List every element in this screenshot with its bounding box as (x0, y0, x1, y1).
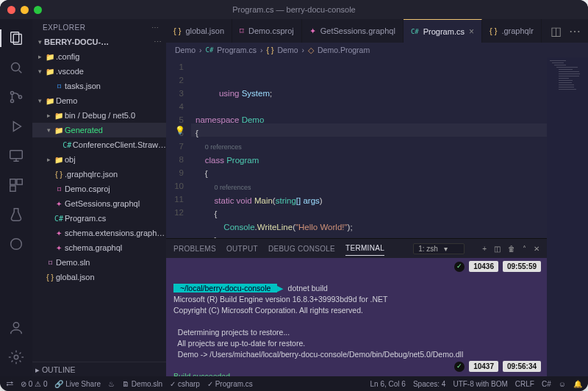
more-icon[interactable]: ⋯ (151, 24, 159, 32)
editor-tab[interactable]: ⌑Demo.csproj (232, 19, 302, 43)
status-encoding[interactable]: UTF-8 with BOM (453, 380, 507, 388)
tree-item[interactable]: ▾📁Demo (32, 93, 166, 108)
panel-tab-problems[interactable]: PROBLEMS (173, 242, 216, 256)
window-title: Program.cs — berry-docu-console (0, 5, 588, 14)
breadcrumbs[interactable]: Demo› C#Program.cs› { }Demo› ◇Demo.Progr… (166, 43, 588, 57)
svg-point-3 (10, 91, 13, 94)
tree-item[interactable]: ▾📁.vscode (32, 64, 166, 79)
svg-rect-9 (10, 186, 15, 191)
panel-tab-output[interactable]: OUTPUT (226, 242, 258, 256)
editor-tab[interactable]: { }global.json (166, 19, 232, 43)
status-liveshare[interactable]: 🔗 Live Share (54, 380, 101, 388)
testing-icon[interactable] (0, 201, 32, 228)
terminal-selector[interactable]: 1: zsh ▾ (413, 243, 465, 254)
svg-rect-6 (10, 151, 23, 159)
svg-rect-7 (10, 179, 15, 184)
close-tab-icon[interactable]: × (469, 26, 474, 37)
tree-item[interactable]: ⌑Demo.sln (32, 255, 166, 270)
tree-item[interactable]: ✦GetSessions.graphql (32, 196, 166, 211)
status-bell-icon[interactable]: 🔔 (573, 380, 582, 388)
trash-icon[interactable]: 🗑 (508, 245, 515, 253)
tree-item[interactable]: ⌑Demo.csproj (32, 182, 166, 196)
status-language-mode[interactable]: ✓ csharp (170, 380, 200, 388)
bottom-panel: PROBLEMS OUTPUT DEBUG CONSOLE TERMINAL 1… (166, 238, 547, 376)
panel-tab-debug-console[interactable]: DEBUG CONSOLE (268, 242, 335, 256)
sidebar-title: EXPLORER⋯ (32, 19, 166, 35)
debug-icon[interactable] (0, 113, 32, 140)
titlebar: Program.cs — berry-docu-console (0, 0, 588, 19)
status-active-file[interactable]: ✓ Program.cs (207, 380, 253, 388)
svg-point-4 (10, 99, 13, 102)
tree-item[interactable]: C#Program.cs (32, 211, 166, 226)
remote-icon[interactable] (0, 143, 32, 169)
panel-tab-terminal[interactable]: TERMINAL (345, 241, 384, 256)
split-editor-icon[interactable]: ◫ (551, 24, 562, 38)
extensions-icon[interactable] (0, 172, 32, 198)
explorer-icon[interactable] (0, 25, 32, 51)
terminal[interactable]: ✓1043609:55:59 ~/local/berry-docu-consol… (166, 258, 547, 376)
tree-item[interactable]: { }global.json (32, 270, 166, 284)
tree-item[interactable]: ▾📁Generated (32, 123, 166, 137)
editor-tab[interactable]: { }.graphqlr (482, 19, 542, 43)
line-gutter: 123456789101112 (166, 57, 191, 238)
split-terminal-icon[interactable]: ◫ (494, 245, 501, 253)
code-editor[interactable]: 123456789101112 using System; namespace … (166, 57, 547, 238)
tree-item[interactable]: ✦schema.graphql (32, 240, 166, 255)
status-indent[interactable]: Spaces: 4 (413, 380, 445, 388)
new-terminal-icon[interactable]: + (482, 245, 487, 253)
svg-point-12 (14, 355, 18, 359)
outline-section[interactable]: ▸ OUTLINE (32, 362, 166, 376)
gear-icon[interactable] (0, 344, 32, 370)
status-cursor[interactable]: Ln 6, Col 6 (370, 380, 406, 388)
status-feedback-icon[interactable]: ☺ (559, 380, 566, 388)
remote-indicator[interactable]: ⮂ (6, 380, 13, 388)
search-icon[interactable] (0, 54, 32, 81)
close-window-icon[interactable] (7, 6, 15, 14)
more-actions-icon[interactable]: ⋯ (569, 24, 581, 38)
tree-item[interactable]: ▸📁bin / Debug / net5.0 (32, 108, 166, 123)
code-content[interactable]: using System; namespace Demo { 0 referen… (191, 57, 547, 238)
account-icon[interactable] (0, 315, 32, 341)
tree-item[interactable]: C#ConferenceClient.Straw… (32, 137, 166, 152)
editor-tab[interactable]: ✦GetSessions.graphql (302, 19, 404, 43)
svg-point-11 (13, 323, 18, 328)
tree-item[interactable]: ▸📁obj (32, 152, 166, 167)
status-bar: ⮂ ⊘ 0 ⚠ 0 🔗 Live Share ♨ 🗎 Demo.sln ✓ cs… (0, 376, 588, 391)
svg-rect-8 (17, 179, 22, 184)
minimize-window-icon[interactable] (21, 6, 29, 14)
status-lang[interactable]: C# (542, 380, 551, 388)
close-panel-icon[interactable]: ✕ (534, 245, 539, 253)
source-control-icon[interactable] (0, 84, 32, 110)
custom-ext-icon[interactable] (0, 231, 32, 257)
tree-item[interactable]: ▸📁.config (32, 49, 166, 64)
minimap[interactable] (547, 57, 588, 376)
status-errors[interactable]: ⊘ 0 ⚠ 0 (21, 380, 47, 388)
editor-tab[interactable]: C#Program.cs× (404, 19, 482, 43)
editor-tabs: { }global.json⌑Demo.csproj✦GetSessions.g… (166, 19, 588, 43)
project-root[interactable]: ▾BERRY-DOCU-…⋯ (32, 35, 166, 49)
maximize-window-icon[interactable] (34, 6, 42, 14)
file-tree: ▸📁.config▾📁.vscode⌑tasks.json▾📁Demo▸📁bin… (32, 49, 166, 362)
chevron-up-icon[interactable]: ˄ (523, 245, 526, 253)
svg-point-2 (12, 63, 20, 71)
tree-item[interactable]: ✦schema.extensions.graph… (32, 226, 166, 240)
tree-item[interactable]: ⌑tasks.json (32, 79, 166, 93)
tree-item[interactable]: { }.graphqlrc.json (32, 167, 166, 182)
status-eol[interactable]: CRLF (515, 380, 534, 388)
status-flame-icon[interactable]: ♨ (108, 380, 115, 388)
svg-point-10 (11, 239, 22, 250)
sidebar: EXPLORER⋯ ▾BERRY-DOCU-…⋯ ▸📁.config▾📁.vsc… (32, 19, 166, 376)
status-solution[interactable]: 🗎 Demo.sln (122, 380, 162, 388)
activity-bar (0, 19, 32, 376)
